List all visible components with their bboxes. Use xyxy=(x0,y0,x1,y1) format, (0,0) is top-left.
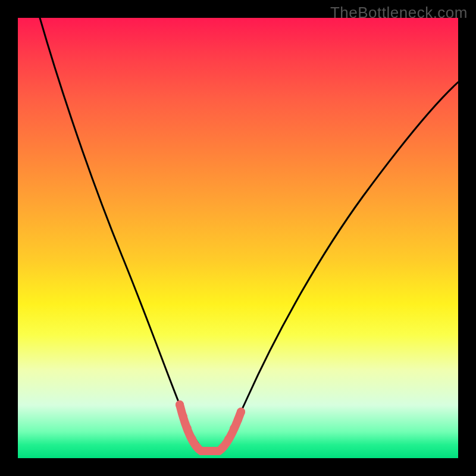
highlight-dot xyxy=(179,412,187,421)
highlight-dot xyxy=(237,408,245,416)
highlight-dot xyxy=(176,400,184,409)
highlight-dot xyxy=(224,435,233,443)
curve-svg xyxy=(18,18,458,458)
plot-area xyxy=(18,18,458,458)
highlight-dot xyxy=(183,424,192,433)
chart-frame: TheBottleneck.com xyxy=(0,0,476,476)
watermark-label: TheBottleneck.com xyxy=(330,4,468,22)
bottleneck-curve-path xyxy=(40,18,458,451)
highlight-dot xyxy=(188,435,196,443)
highlight-dot xyxy=(230,424,238,433)
highlight-dot xyxy=(218,443,227,452)
highlight-dot xyxy=(234,415,242,424)
highlight-dot xyxy=(193,443,202,452)
